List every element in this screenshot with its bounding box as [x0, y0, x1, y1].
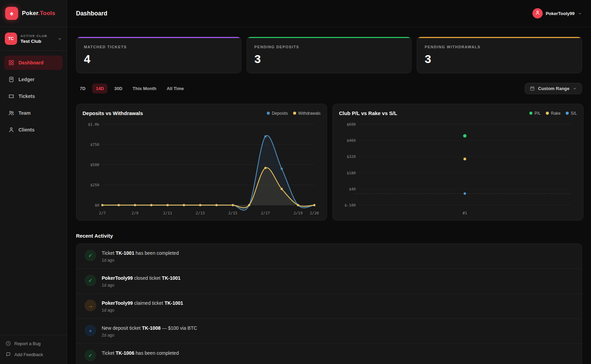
- chevron-down-icon: [573, 86, 577, 91]
- chevron-down-icon: [578, 11, 582, 16]
- brand-name-accent: .Tools: [38, 10, 55, 16]
- stat-label: MATCHED TICKETS: [84, 45, 234, 49]
- brand-name-primary: Poker: [22, 10, 38, 16]
- custom-range-button[interactable]: Custom Range: [525, 83, 582, 94]
- svg-text:$600: $600: [347, 122, 356, 127]
- legend-label: Withdrawals: [298, 111, 320, 116]
- stat-card-pending-withdrawals: PENDING WITHDRAWALS3: [417, 37, 582, 73]
- spade-icon: ♠: [10, 10, 13, 17]
- filter-all-time[interactable]: All Time: [163, 84, 188, 93]
- activity-text: PokerTooly99 claimed ticket TK-1001: [102, 300, 183, 306]
- activity-text: PokerTooly99 closed ticket TK-1001: [102, 275, 180, 281]
- sidebar-item-label: Tickets: [18, 93, 35, 99]
- page-header: Dashboard PokerTooly99: [67, 0, 591, 27]
- sidebar-item-dashboard[interactable]: Dashboard: [4, 55, 63, 70]
- activity-text: Ticket TK-1001 has been completed: [102, 250, 179, 256]
- activity-timestamp: 1d ago: [102, 308, 183, 313]
- brand-logo: ♠: [5, 7, 18, 20]
- legend-label: Deposits: [272, 111, 288, 116]
- alert-circle-icon: [5, 341, 11, 346]
- chart-legend: P/LRakeS/L: [529, 111, 577, 116]
- svg-text:2/11: 2/11: [163, 211, 172, 215]
- chart-title: Club P/L vs Rake vs S/L: [339, 110, 397, 116]
- person-icon: [8, 127, 14, 133]
- user-name: PokerTooly99: [546, 11, 575, 16]
- activity-body: New deposit ticket TK-1008 — $100 via BT…: [102, 325, 197, 338]
- report-a-bug-link[interactable]: Report a Bug: [5, 341, 61, 346]
- svg-text:$1.0k: $1.0k: [88, 122, 99, 127]
- brand-name: Poker.Tools: [22, 10, 55, 17]
- chat-bubble-icon: [5, 352, 11, 357]
- svg-text:2/9: 2/9: [131, 211, 138, 215]
- charts-row: Deposits vs Withdrawals DepositsWithdraw…: [76, 104, 582, 221]
- main: Dashboard PokerTooly99 MATCHED TICKETS4P…: [67, 0, 591, 364]
- filter-14d[interactable]: 14D: [92, 84, 108, 93]
- legend-s-l: S/L: [566, 111, 577, 116]
- svg-text:2/19: 2/19: [293, 211, 303, 215]
- svg-text:$500: $500: [90, 163, 100, 167]
- chart-legend: DepositsWithdrawals: [267, 111, 320, 116]
- ledger-icon: [8, 76, 14, 83]
- chart-head: Deposits vs Withdrawals DepositsWithdraw…: [83, 110, 320, 116]
- sidebar-item-clients[interactable]: Clients: [4, 123, 63, 137]
- footer-item-label: Add Feedback: [14, 352, 43, 357]
- stat-accent-bar: [247, 37, 412, 38]
- stat-label: PENDING DEPOSITS: [254, 45, 404, 49]
- plus-icon: +: [85, 325, 96, 336]
- legend-p-l: P/L: [529, 111, 541, 116]
- add-feedback-link[interactable]: Add Feedback: [5, 352, 61, 357]
- activity-row: →PokerTooly99 claimed ticket TK-10011d a…: [76, 293, 582, 318]
- svg-text:2/17: 2/17: [261, 211, 270, 215]
- team-icon: [8, 110, 14, 116]
- sidebar-item-label: Team: [18, 110, 31, 116]
- legend-dot: [529, 112, 532, 115]
- filter-30d[interactable]: 30D: [110, 84, 126, 93]
- app-root: ♠ Poker.Tools TC ACTIVE CLUB Test Club D…: [0, 0, 591, 364]
- sidebar-item-ledger[interactable]: Ledger: [4, 72, 63, 87]
- activity-timestamp: 1d ago: [102, 283, 180, 288]
- activity-row: ✓Ticket TK-1001 has been completed1d ago: [76, 244, 582, 268]
- legend-dot: [546, 112, 549, 115]
- chart-card-deposits-withdrawals: Deposits vs Withdrawals DepositsWithdraw…: [76, 104, 327, 221]
- filter-this-month[interactable]: This Month: [129, 84, 160, 93]
- legend-dot: [267, 112, 270, 115]
- club-badge: TC: [5, 33, 17, 45]
- activity-feed: ✓Ticket TK-1001 has been completed1d ago…: [76, 243, 582, 364]
- svg-text:#1: #1: [463, 211, 467, 215]
- svg-text:2/13: 2/13: [196, 211, 205, 215]
- check-icon: ✓: [85, 350, 96, 361]
- sidebar-item-tickets[interactable]: Tickets: [4, 89, 63, 103]
- pl-rake-sl-chart: $600$460$320$180$40$-100#1: [339, 118, 577, 217]
- legend-withdrawals: Withdrawals: [293, 111, 320, 116]
- svg-text:$750: $750: [90, 142, 100, 147]
- check-icon: ✓: [85, 275, 96, 286]
- user-icon: [535, 10, 540, 17]
- sidebar-item-team[interactable]: Team: [4, 106, 63, 120]
- svg-text:2/7: 2/7: [99, 211, 106, 215]
- club-name: Test Club: [21, 39, 54, 44]
- stat-accent-bar: [76, 37, 241, 38]
- svg-text:$40: $40: [349, 187, 356, 191]
- user-menu[interactable]: PokerTooly99: [532, 8, 582, 18]
- svg-text:$460: $460: [347, 139, 356, 143]
- range-filters: 7D14D30DThis MonthAll Time: [76, 84, 188, 93]
- legend-label: P/L: [535, 111, 541, 116]
- legend-dot: [293, 112, 296, 115]
- arrow-icon: →: [85, 300, 96, 311]
- legend-label: Rake: [551, 111, 561, 116]
- activity-title: Recent Activity: [76, 233, 582, 239]
- filter-7d[interactable]: 7D: [76, 84, 89, 93]
- stat-value: 3: [425, 53, 574, 65]
- activity-timestamp: 1d ago: [102, 258, 179, 263]
- activity-body: PokerTooly99 claimed ticket TK-10011d ag…: [102, 300, 183, 313]
- stat-value: 3: [254, 53, 404, 65]
- sidebar-footer: Report a BugAdd Feedback: [0, 335, 67, 364]
- svg-text:$320: $320: [347, 155, 356, 159]
- chart-head: Club P/L vs Rake vs S/L P/LRakeS/L: [339, 110, 577, 116]
- custom-range-label: Custom Range: [538, 86, 569, 91]
- legend-rake: Rake: [546, 111, 561, 116]
- svg-text:$180: $180: [347, 171, 356, 175]
- legend-deposits: Deposits: [267, 111, 288, 116]
- club-switcher[interactable]: TC ACTIVE CLUB Test Club: [0, 27, 67, 51]
- chart-card-pl-rake-sl: Club P/L vs Rake vs S/L P/LRakeS/L $600$…: [332, 104, 583, 221]
